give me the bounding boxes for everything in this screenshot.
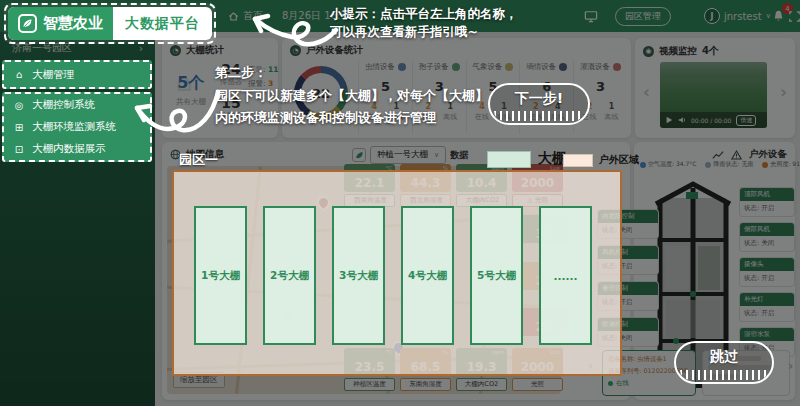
greenhouse-icon: ⌂ xyxy=(13,69,25,80)
park-one-panel: 1号大棚 2号大棚 3号大棚 4号大棚 5号大棚 ...... xyxy=(172,170,622,376)
greenhouse-box[interactable]: ...... xyxy=(539,206,592,345)
greenhouse-box[interactable]: 5号大棚 xyxy=(470,206,523,345)
greenhouse-row: 1号大棚 2号大棚 3号大棚 4号大棚 5号大棚 ...... xyxy=(194,206,592,345)
button-hatch-decoration xyxy=(494,111,584,121)
legend-greenhouse-swatch xyxy=(487,151,531,168)
greenhouse-box[interactable]: 2号大棚 xyxy=(263,206,316,345)
legend-outdoor-label: 户外区域 xyxy=(599,153,639,167)
app-logo[interactable]: 智慧农业 大数据平台 xyxy=(8,7,212,40)
logo-highlight-box: 智慧农业 大数据平台 xyxy=(4,3,216,44)
button-hatch-decoration xyxy=(680,370,768,380)
app-root: 首页 8月26日 16:10 园区管理 J jnrstest ∨ 4 xyxy=(0,0,800,406)
park-one-title: 园区一 xyxy=(179,151,218,169)
menu-item-icon: ⊡ xyxy=(13,144,25,155)
legend-outdoor: 户外区域 xyxy=(563,153,639,167)
skip-button[interactable]: 跳过 xyxy=(674,341,774,384)
greenhouse-box[interactable]: 1号大棚 xyxy=(194,206,247,345)
tutorial-step-line2: 内的环境监测设备和控制设备进行管理 xyxy=(215,109,436,127)
menu-item-icon: ⊞ xyxy=(13,122,25,133)
tutorial-tip-line2: 可以再次查看新手指引哦~ xyxy=(330,24,478,41)
greenhouse-box[interactable]: 3号大棚 xyxy=(332,206,385,345)
tutorial-arrow-to-logo xyxy=(240,2,340,52)
tutorial-step-line1: 园区下可以新建多个【大棚】，对每个【大棚】 xyxy=(215,87,488,105)
brand-name: 智慧农业 xyxy=(43,14,103,33)
greenhouse-box[interactable]: 4号大棚 xyxy=(401,206,454,345)
legend-greenhouse-label: 大棚 xyxy=(538,150,566,168)
legend-outdoor-swatch xyxy=(563,154,593,167)
menu-item-icon: ◎ xyxy=(13,100,25,111)
tutorial-tip-line1: 小提示：点击平台左上角的名称， xyxy=(330,6,518,23)
leaf-logo-icon xyxy=(18,14,37,33)
sidebar-item[interactable]: ⊡ 大棚内数据展示 xyxy=(4,138,150,160)
next-step-button[interactable]: 下一步! xyxy=(488,83,590,125)
tutorial-arrow-to-menu xyxy=(128,78,223,140)
product-name: 大数据平台 xyxy=(113,7,212,40)
legend-greenhouse: 大棚 xyxy=(487,150,566,168)
